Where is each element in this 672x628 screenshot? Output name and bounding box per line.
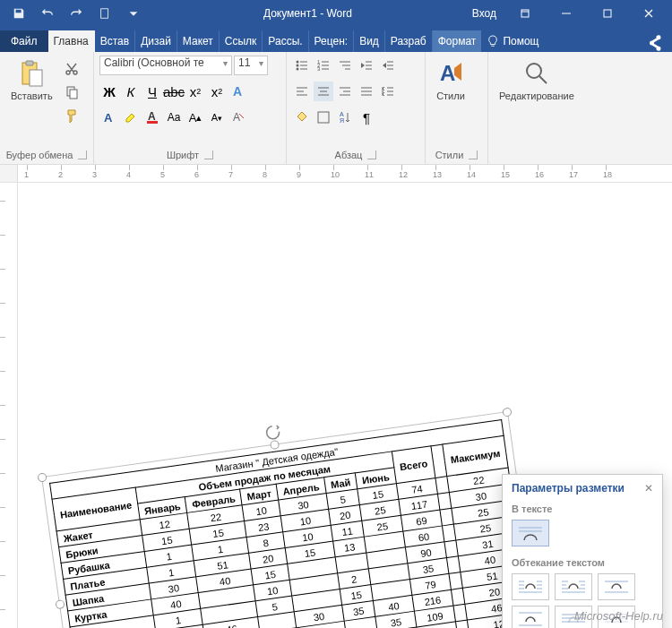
- cut-icon[interactable]: [62, 59, 82, 79]
- layout-options-close-icon[interactable]: ✕: [644, 482, 653, 495]
- align-center-icon[interactable]: [314, 82, 333, 101]
- show-marks-icon[interactable]: ¶: [357, 108, 376, 127]
- strikethrough-icon[interactable]: abc: [164, 82, 184, 101]
- multilevel-icon[interactable]: [335, 56, 355, 75]
- tab-insert[interactable]: Встав: [95, 30, 135, 52]
- numbering-icon[interactable]: 123: [314, 56, 333, 75]
- handle-tm[interactable]: [270, 440, 280, 450]
- paste-button[interactable]: Вставить: [5, 56, 58, 105]
- tab-file[interactable]: Файл: [0, 30, 48, 52]
- tab-home[interactable]: Главна: [48, 30, 95, 52]
- justify-icon[interactable]: [357, 82, 376, 101]
- svg-rect-3: [604, 10, 611, 17]
- svg-point-19: [297, 68, 299, 71]
- svg-rect-0: [101, 9, 108, 19]
- ribbon-display-icon[interactable]: [507, 0, 543, 27]
- svg-point-15: [297, 61, 299, 64]
- ruler-vertical[interactable]: [0, 183, 18, 628]
- layout-opt-through[interactable]: [598, 573, 635, 600]
- save-icon[interactable]: [9, 4, 29, 23]
- layout-opt-square[interactable]: [512, 573, 549, 600]
- handle-tr[interactable]: [502, 407, 512, 417]
- styles-launcher[interactable]: [469, 151, 478, 159]
- svg-text:A: A: [104, 111, 113, 125]
- group-clipboard-label: Буфер обмена: [6, 150, 73, 160]
- share-icon[interactable]: [645, 34, 663, 52]
- bullets-icon[interactable]: [292, 56, 312, 75]
- shading-icon[interactable]: [292, 108, 312, 127]
- tab-format[interactable]: Формат: [433, 30, 482, 52]
- maximize-icon[interactable]: [590, 0, 625, 27]
- handle-tl[interactable]: [37, 472, 47, 482]
- align-right-icon[interactable]: [335, 82, 355, 101]
- tell-me[interactable]: Помощ: [481, 30, 544, 52]
- document-area: Магазин " Детская одежда"НаименованиеОбъ…: [0, 183, 672, 628]
- qat-customize-icon[interactable]: [124, 4, 143, 23]
- ruler-tick: 1: [24, 170, 29, 179]
- grow-font-icon[interactable]: A▴: [185, 108, 205, 127]
- login-link[interactable]: Вход: [472, 7, 496, 20]
- italic-icon[interactable]: К: [121, 82, 141, 101]
- line-spacing-icon[interactable]: [378, 82, 398, 101]
- tab-layout[interactable]: Макет: [177, 30, 220, 52]
- align-left-icon[interactable]: [292, 82, 312, 101]
- editing-button[interactable]: Редактирование: [494, 56, 580, 105]
- layout-opt-topbottom[interactable]: [512, 606, 549, 628]
- tab-review[interactable]: Рецен:: [309, 30, 355, 52]
- group-font-label: Шрифт: [167, 150, 199, 160]
- styles-button[interactable]: A Стили: [431, 56, 470, 105]
- paragraph-launcher[interactable]: [367, 151, 376, 159]
- tab-mailings[interactable]: Рассы.: [263, 30, 308, 52]
- shrink-font-icon[interactable]: A▾: [207, 108, 227, 127]
- redo-icon[interactable]: [66, 4, 86, 23]
- handle-ml[interactable]: [55, 599, 65, 609]
- font-color-icon[interactable]: A: [142, 108, 162, 127]
- increase-indent-icon[interactable]: [378, 56, 398, 75]
- tab-developer[interactable]: Разраб: [385, 30, 433, 52]
- subscript-icon[interactable]: x2: [185, 82, 205, 101]
- tab-design[interactable]: Дизай: [135, 30, 177, 52]
- minimize-icon[interactable]: [548, 0, 584, 27]
- highlight-icon[interactable]: [121, 108, 141, 127]
- table-object[interactable]: Магазин " Детская одежда"НаименованиеОбъ…: [49, 419, 536, 628]
- group-paragraph: 123 AЯ ¶ Абзац: [287, 52, 426, 164]
- decrease-indent-icon[interactable]: [357, 56, 376, 75]
- font-launcher[interactable]: [204, 151, 213, 159]
- layout-opt-tight[interactable]: [555, 573, 592, 600]
- superscript-icon[interactable]: x2: [207, 82, 227, 101]
- ruler-tick: 5: [160, 170, 165, 179]
- undo-icon[interactable]: [38, 4, 57, 23]
- layout-opt-inline[interactable]: [512, 520, 549, 546]
- clear-format-icon[interactable]: A: [228, 108, 248, 127]
- ruler-tick: 12: [399, 170, 408, 179]
- ruler-tick: 15: [501, 170, 510, 179]
- change-case-icon[interactable]: Aa: [164, 108, 184, 127]
- ruler-horizontal[interactable]: 123456789101112131415161718: [0, 165, 672, 183]
- group-styles-label: Стили: [435, 150, 464, 160]
- copy-icon[interactable]: [62, 82, 82, 102]
- bold-icon[interactable]: Ж: [99, 82, 119, 101]
- tab-view[interactable]: Вид: [354, 30, 385, 52]
- new-doc-icon[interactable]: [95, 4, 115, 23]
- borders-icon[interactable]: [314, 108, 333, 127]
- clipboard-launcher[interactable]: [78, 151, 87, 159]
- group-styles: A Стили Стили: [426, 52, 488, 164]
- sort-icon[interactable]: AЯ: [335, 108, 355, 127]
- tab-references[interactable]: Ссылк: [220, 30, 263, 52]
- text-effect2-icon[interactable]: A: [99, 108, 119, 127]
- close-icon[interactable]: [631, 0, 667, 27]
- group-clipboard: Вставить Буфер обмена: [0, 52, 94, 164]
- font-name-combo[interactable]: Calibri (Основной те: [99, 56, 232, 75]
- format-painter-icon[interactable]: [62, 106, 82, 125]
- svg-text:A: A: [233, 111, 240, 124]
- layout-section-wrap: Обтекание текстом: [503, 554, 662, 570]
- font-size-combo[interactable]: 11: [234, 56, 268, 75]
- ruler-tick: 3: [92, 170, 97, 179]
- underline-icon[interactable]: Ч: [142, 82, 162, 101]
- group-font: Calibri (Основной те 11 Ж К Ч abc x2 x2 …: [94, 52, 287, 164]
- group-paragraph-label: Абзац: [335, 150, 363, 160]
- rotation-handle[interactable]: [263, 424, 281, 442]
- svg-text:A: A: [340, 111, 344, 117]
- text-effects-icon[interactable]: A: [228, 82, 248, 101]
- svg-point-17: [297, 65, 299, 67]
